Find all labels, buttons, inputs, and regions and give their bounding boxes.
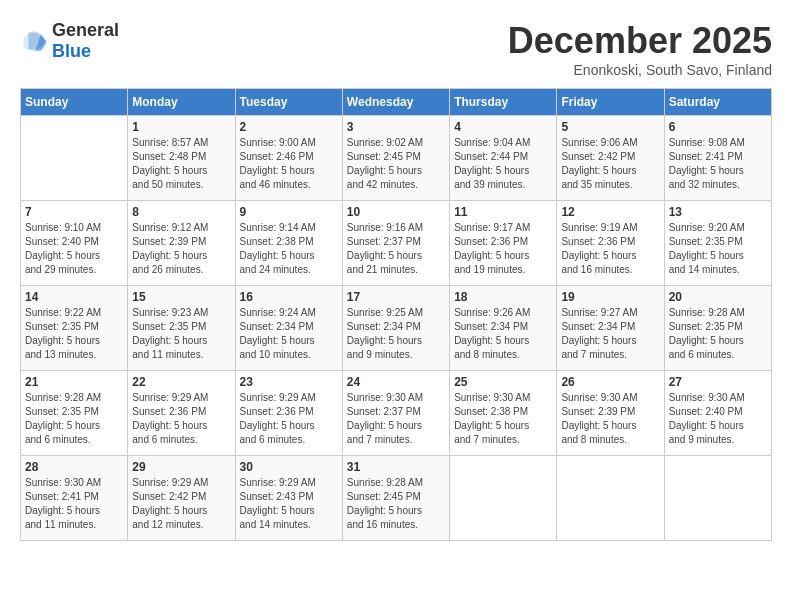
- day-number: 24: [347, 375, 445, 389]
- week-row-4: 21Sunrise: 9:28 AMSunset: 2:35 PMDayligh…: [21, 371, 772, 456]
- day-number: 30: [240, 460, 338, 474]
- day-number: 26: [561, 375, 659, 389]
- day-number: 29: [132, 460, 230, 474]
- day-info: Sunrise: 9:30 AMSunset: 2:41 PMDaylight:…: [25, 476, 123, 532]
- day-number: 15: [132, 290, 230, 304]
- logo-general: General: [52, 20, 119, 40]
- day-number: 18: [454, 290, 552, 304]
- day-info: Sunrise: 9:29 AMSunset: 2:36 PMDaylight:…: [240, 391, 338, 447]
- calendar-cell: 17Sunrise: 9:25 AMSunset: 2:34 PMDayligh…: [342, 286, 449, 371]
- header: General Blue December 2025 Enonkoski, So…: [20, 20, 772, 78]
- calendar-cell: 7Sunrise: 9:10 AMSunset: 2:40 PMDaylight…: [21, 201, 128, 286]
- day-info: Sunrise: 9:30 AMSunset: 2:40 PMDaylight:…: [669, 391, 767, 447]
- calendar-cell: 15Sunrise: 9:23 AMSunset: 2:35 PMDayligh…: [128, 286, 235, 371]
- day-info: Sunrise: 9:28 AMSunset: 2:45 PMDaylight:…: [347, 476, 445, 532]
- day-number: 7: [25, 205, 123, 219]
- day-info: Sunrise: 9:12 AMSunset: 2:39 PMDaylight:…: [132, 221, 230, 277]
- day-info: Sunrise: 9:28 AMSunset: 2:35 PMDaylight:…: [25, 391, 123, 447]
- day-info: Sunrise: 9:08 AMSunset: 2:41 PMDaylight:…: [669, 136, 767, 192]
- calendar-table: SundayMondayTuesdayWednesdayThursdayFrid…: [20, 88, 772, 541]
- week-row-2: 7Sunrise: 9:10 AMSunset: 2:40 PMDaylight…: [21, 201, 772, 286]
- calendar-cell: 22Sunrise: 9:29 AMSunset: 2:36 PMDayligh…: [128, 371, 235, 456]
- calendar-cell: 20Sunrise: 9:28 AMSunset: 2:35 PMDayligh…: [664, 286, 771, 371]
- day-number: 12: [561, 205, 659, 219]
- day-number: 27: [669, 375, 767, 389]
- day-header-friday: Friday: [557, 89, 664, 116]
- calendar-cell: 30Sunrise: 9:29 AMSunset: 2:43 PMDayligh…: [235, 456, 342, 541]
- day-number: 17: [347, 290, 445, 304]
- logo-icon: [20, 27, 48, 55]
- day-info: Sunrise: 9:06 AMSunset: 2:42 PMDaylight:…: [561, 136, 659, 192]
- day-info: Sunrise: 9:29 AMSunset: 2:36 PMDaylight:…: [132, 391, 230, 447]
- day-header-saturday: Saturday: [664, 89, 771, 116]
- day-number: 19: [561, 290, 659, 304]
- calendar-cell: 13Sunrise: 9:20 AMSunset: 2:35 PMDayligh…: [664, 201, 771, 286]
- calendar-cell: 18Sunrise: 9:26 AMSunset: 2:34 PMDayligh…: [450, 286, 557, 371]
- logo: General Blue: [20, 20, 119, 62]
- day-number: 14: [25, 290, 123, 304]
- day-number: 20: [669, 290, 767, 304]
- day-info: Sunrise: 9:19 AMSunset: 2:36 PMDaylight:…: [561, 221, 659, 277]
- calendar-cell: 21Sunrise: 9:28 AMSunset: 2:35 PMDayligh…: [21, 371, 128, 456]
- day-info: Sunrise: 9:20 AMSunset: 2:35 PMDaylight:…: [669, 221, 767, 277]
- calendar-cell: 16Sunrise: 9:24 AMSunset: 2:34 PMDayligh…: [235, 286, 342, 371]
- day-info: Sunrise: 8:57 AMSunset: 2:48 PMDaylight:…: [132, 136, 230, 192]
- day-number: 4: [454, 120, 552, 134]
- day-info: Sunrise: 9:26 AMSunset: 2:34 PMDaylight:…: [454, 306, 552, 362]
- calendar-cell: 25Sunrise: 9:30 AMSunset: 2:38 PMDayligh…: [450, 371, 557, 456]
- calendar-cell: 3Sunrise: 9:02 AMSunset: 2:45 PMDaylight…: [342, 116, 449, 201]
- calendar-cell: [21, 116, 128, 201]
- day-number: 8: [132, 205, 230, 219]
- calendar-cell: 12Sunrise: 9:19 AMSunset: 2:36 PMDayligh…: [557, 201, 664, 286]
- day-info: Sunrise: 9:25 AMSunset: 2:34 PMDaylight:…: [347, 306, 445, 362]
- day-info: Sunrise: 9:17 AMSunset: 2:36 PMDaylight:…: [454, 221, 552, 277]
- calendar-cell: 14Sunrise: 9:22 AMSunset: 2:35 PMDayligh…: [21, 286, 128, 371]
- calendar-cell: 10Sunrise: 9:16 AMSunset: 2:37 PMDayligh…: [342, 201, 449, 286]
- day-number: 13: [669, 205, 767, 219]
- day-number: 22: [132, 375, 230, 389]
- day-number: 23: [240, 375, 338, 389]
- calendar-cell: 28Sunrise: 9:30 AMSunset: 2:41 PMDayligh…: [21, 456, 128, 541]
- calendar-cell: 2Sunrise: 9:00 AMSunset: 2:46 PMDaylight…: [235, 116, 342, 201]
- calendar-cell: 31Sunrise: 9:28 AMSunset: 2:45 PMDayligh…: [342, 456, 449, 541]
- logo-text: General Blue: [52, 20, 119, 62]
- calendar-cell: 24Sunrise: 9:30 AMSunset: 2:37 PMDayligh…: [342, 371, 449, 456]
- day-number: 2: [240, 120, 338, 134]
- day-info: Sunrise: 9:30 AMSunset: 2:37 PMDaylight:…: [347, 391, 445, 447]
- calendar-cell: 29Sunrise: 9:29 AMSunset: 2:42 PMDayligh…: [128, 456, 235, 541]
- day-number: 25: [454, 375, 552, 389]
- day-info: Sunrise: 9:30 AMSunset: 2:39 PMDaylight:…: [561, 391, 659, 447]
- day-number: 6: [669, 120, 767, 134]
- week-row-1: 1Sunrise: 8:57 AMSunset: 2:48 PMDaylight…: [21, 116, 772, 201]
- day-header-monday: Monday: [128, 89, 235, 116]
- day-number: 9: [240, 205, 338, 219]
- day-info: Sunrise: 9:30 AMSunset: 2:38 PMDaylight:…: [454, 391, 552, 447]
- day-info: Sunrise: 9:02 AMSunset: 2:45 PMDaylight:…: [347, 136, 445, 192]
- calendar-cell: 1Sunrise: 8:57 AMSunset: 2:48 PMDaylight…: [128, 116, 235, 201]
- day-info: Sunrise: 9:00 AMSunset: 2:46 PMDaylight:…: [240, 136, 338, 192]
- calendar-cell: 19Sunrise: 9:27 AMSunset: 2:34 PMDayligh…: [557, 286, 664, 371]
- day-number: 31: [347, 460, 445, 474]
- day-number: 21: [25, 375, 123, 389]
- day-number: 5: [561, 120, 659, 134]
- day-info: Sunrise: 9:28 AMSunset: 2:35 PMDaylight:…: [669, 306, 767, 362]
- day-header-tuesday: Tuesday: [235, 89, 342, 116]
- month-title: December 2025: [508, 20, 772, 62]
- calendar-cell: 26Sunrise: 9:30 AMSunset: 2:39 PMDayligh…: [557, 371, 664, 456]
- day-header-sunday: Sunday: [21, 89, 128, 116]
- day-info: Sunrise: 9:14 AMSunset: 2:38 PMDaylight:…: [240, 221, 338, 277]
- day-info: Sunrise: 9:27 AMSunset: 2:34 PMDaylight:…: [561, 306, 659, 362]
- day-number: 3: [347, 120, 445, 134]
- calendar-cell: 5Sunrise: 9:06 AMSunset: 2:42 PMDaylight…: [557, 116, 664, 201]
- day-info: Sunrise: 9:22 AMSunset: 2:35 PMDaylight:…: [25, 306, 123, 362]
- day-number: 10: [347, 205, 445, 219]
- week-row-5: 28Sunrise: 9:30 AMSunset: 2:41 PMDayligh…: [21, 456, 772, 541]
- day-header-thursday: Thursday: [450, 89, 557, 116]
- calendar-cell: [664, 456, 771, 541]
- calendar-cell: 27Sunrise: 9:30 AMSunset: 2:40 PMDayligh…: [664, 371, 771, 456]
- logo-blue: Blue: [52, 41, 91, 61]
- week-row-3: 14Sunrise: 9:22 AMSunset: 2:35 PMDayligh…: [21, 286, 772, 371]
- day-number: 1: [132, 120, 230, 134]
- title-area: December 2025 Enonkoski, South Savo, Fin…: [508, 20, 772, 78]
- calendar-cell: [557, 456, 664, 541]
